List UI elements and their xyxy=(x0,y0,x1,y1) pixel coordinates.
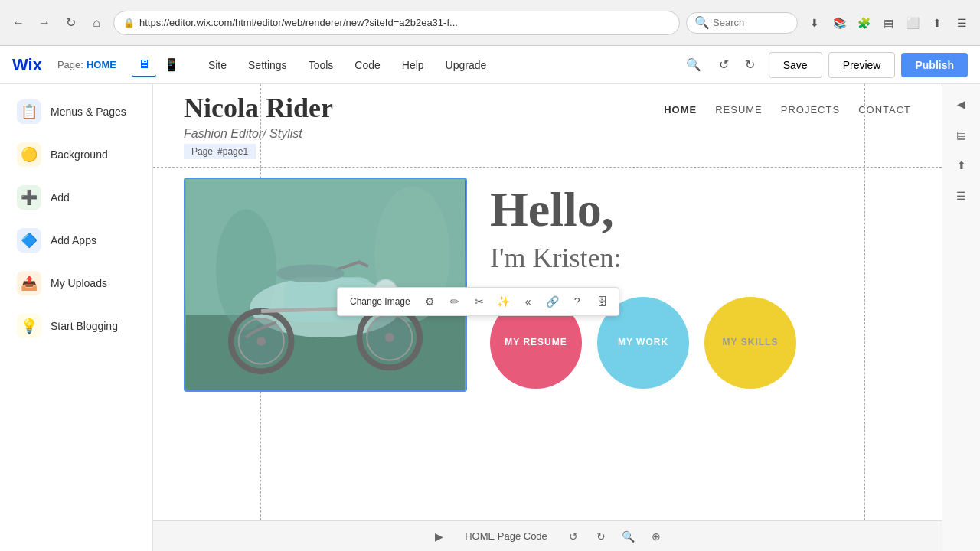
site-header: Nicola Rider Fashion Editor/ Stylist HOM… xyxy=(153,84,942,141)
left-sidebar: 📋 Menus & Pages 🟡 Background ➕ Add 🔷 Add… xyxy=(0,84,153,551)
sidebar-item-label: Add Apps xyxy=(51,234,96,246)
canvas-content: Hello, I'm Kristen: MY RESUME MY WORK MY… xyxy=(153,178,942,392)
guide-top xyxy=(153,167,942,168)
right-panel-btn-4[interactable]: ☰ xyxy=(948,182,975,210)
editor-body: 📋 Menus & Pages 🟡 Background ➕ Add 🔷 Add… xyxy=(0,84,980,551)
svg-point-12 xyxy=(385,333,394,342)
site-menu-item[interactable]: Site xyxy=(199,54,236,76)
back-button[interactable]: ← xyxy=(8,12,29,34)
back-toolbar-icon[interactable]: « xyxy=(518,291,539,312)
desktop-view-button[interactable]: 🖥 xyxy=(132,53,156,77)
sidebar-item-label: My Uploads xyxy=(51,277,107,289)
browser-actions: ⬇ 📚 🧩 ▤ ⬜ ⬆ ☰ xyxy=(804,12,972,34)
nav-resume[interactable]: RESUME xyxy=(715,104,763,116)
undo-bottom-button[interactable]: ↺ xyxy=(563,526,584,547)
right-panel-btn-3[interactable]: ⬆ xyxy=(948,152,975,179)
sidebar-item-label: Menus & Pages xyxy=(51,106,126,118)
extension-icon[interactable]: 🧩 xyxy=(853,12,874,34)
photo-container[interactable] xyxy=(184,178,467,392)
add-apps-icon: 🔷 xyxy=(17,228,41,253)
bottom-bar-left-actions: ▶ xyxy=(428,526,449,547)
code-menu-item[interactable]: Code xyxy=(345,54,389,76)
nav-projects[interactable]: PROJECTS xyxy=(781,104,840,116)
mobile-view-button[interactable]: 📱 xyxy=(159,53,184,77)
search-toolbar-button[interactable]: 🔍 xyxy=(681,53,706,77)
add-icon: ➕ xyxy=(17,185,41,210)
browser-chrome: ← → ↻ ⌂ 🔒 https://editor.wix.com/html/ed… xyxy=(0,0,980,46)
svg-point-9 xyxy=(276,264,345,282)
bottom-bar-label: HOME Page Code xyxy=(465,530,547,542)
sidebar-item-add[interactable]: ➕ Add xyxy=(5,178,148,217)
hello-text: Hello, xyxy=(490,185,911,234)
page-anchor: Page #page1 xyxy=(184,144,256,159)
search-input[interactable] xyxy=(713,17,789,28)
start-blogging-icon: 💡 xyxy=(17,314,41,338)
upgrade-menu-item[interactable]: Upgrade xyxy=(436,54,496,76)
right-panel-btn-2[interactable]: ▤ xyxy=(948,121,975,148)
sidebar-item-menus-pages[interactable]: 📋 Menus & Pages xyxy=(5,92,148,132)
sidebar-item-start-blogging[interactable]: 💡 Start Blogging xyxy=(5,306,148,346)
database-toolbar-icon[interactable]: 🗄 xyxy=(591,291,612,312)
toolbar-menu: Site Settings Tools Code Help Upgrade xyxy=(199,54,495,76)
settings-menu-item[interactable]: Settings xyxy=(239,54,296,76)
preview-button[interactable]: Preview xyxy=(828,52,896,78)
right-panel: ◀ ▤ ⬆ ☰ xyxy=(942,84,980,551)
wix-toolbar: Wix Page: HOME 🖥 📱 Site Settings Tools C… xyxy=(0,46,980,84)
right-panel-btn-1[interactable]: ◀ xyxy=(948,90,975,118)
home-button[interactable]: ⌂ xyxy=(86,12,107,34)
page-label: Page: xyxy=(57,59,83,70)
canvas-inner: Nicola Rider Fashion Editor/ Stylist HOM… xyxy=(153,84,942,551)
address-bar[interactable]: 🔒 https://editor.wix.com/html/editor/web… xyxy=(113,11,680,35)
help-toolbar-icon[interactable]: ? xyxy=(567,291,588,312)
menu-icon[interactable]: ☰ xyxy=(951,12,972,34)
view-mode-buttons: 🖥 📱 xyxy=(132,53,184,77)
redo-bottom-button[interactable]: ↻ xyxy=(590,526,612,547)
screenshot-icon[interactable]: ⬜ xyxy=(902,12,923,34)
editor-container: Wix Page: HOME 🖥 📱 Site Settings Tools C… xyxy=(0,46,980,551)
search-icon: 🔍 xyxy=(694,15,710,30)
link-toolbar-icon[interactable]: 🔗 xyxy=(542,291,564,312)
moto-photo xyxy=(185,179,466,390)
background-icon: 🟡 xyxy=(17,142,41,167)
page-anchor-value: #page1 xyxy=(217,146,248,157)
search-bottom-button[interactable]: 🔍 xyxy=(618,526,639,547)
help-menu-item[interactable]: Help xyxy=(393,54,433,76)
tools-menu-item[interactable]: Tools xyxy=(299,54,343,76)
resize-handle[interactable] xyxy=(319,390,332,392)
publish-button[interactable]: Publish xyxy=(901,53,968,77)
nav-contact[interactable]: CONTACT xyxy=(858,104,911,116)
zoom-button[interactable]: ⊕ xyxy=(645,526,667,547)
sidebar-item-background[interactable]: 🟡 Background xyxy=(5,135,148,174)
reload-button[interactable]: ↻ xyxy=(60,12,81,34)
site-title: Nicola Rider xyxy=(184,92,333,124)
bottom-bar-right-actions: ↺ ↻ 🔍 ⊕ xyxy=(563,526,667,547)
sidebar-item-my-uploads[interactable]: 📤 My Uploads xyxy=(5,263,148,303)
sidebar-item-add-apps[interactable]: 🔷 Add Apps xyxy=(5,220,148,260)
effects-toolbar-icon[interactable]: ✨ xyxy=(493,291,514,312)
forward-button[interactable]: → xyxy=(34,12,55,34)
motorcycle-svg xyxy=(185,179,466,390)
share-icon[interactable]: ⬆ xyxy=(926,12,948,34)
bookmarks-icon[interactable]: 📚 xyxy=(828,12,850,34)
site-logo-area: Nicola Rider Fashion Editor/ Stylist xyxy=(184,92,333,141)
sidebar-item-label: Start Blogging xyxy=(51,320,118,332)
site-subtitle: Fashion Editor/ Stylist xyxy=(184,127,333,141)
svg-point-15 xyxy=(256,337,266,346)
save-button[interactable]: Save xyxy=(769,52,822,78)
expand-sidebar-button[interactable]: ▶ xyxy=(428,526,449,547)
undo-button[interactable]: ↺ xyxy=(712,53,737,77)
lock-icon: 🔒 xyxy=(123,18,135,28)
skills-circle-button[interactable]: MY SKILLS xyxy=(704,297,796,389)
browser-nav-buttons: ← → ↻ ⌂ xyxy=(8,12,107,34)
kristen-text: I'm Kristen: xyxy=(490,242,911,274)
nav-home[interactable]: HOME xyxy=(664,104,697,116)
redo-button[interactable]: ↻ xyxy=(738,53,763,77)
page-anchor-label: Page xyxy=(191,146,213,157)
edit-toolbar-icon[interactable]: ✏ xyxy=(444,291,466,312)
search-box[interactable]: 🔍 xyxy=(686,12,798,34)
download-icon[interactable]: ⬇ xyxy=(804,12,825,34)
change-image-button[interactable]: Change Image xyxy=(344,291,416,312)
sidebar-icon[interactable]: ▤ xyxy=(877,12,899,34)
settings-toolbar-icon[interactable]: ⚙ xyxy=(420,291,441,312)
crop-toolbar-icon[interactable]: ✂ xyxy=(469,291,490,312)
